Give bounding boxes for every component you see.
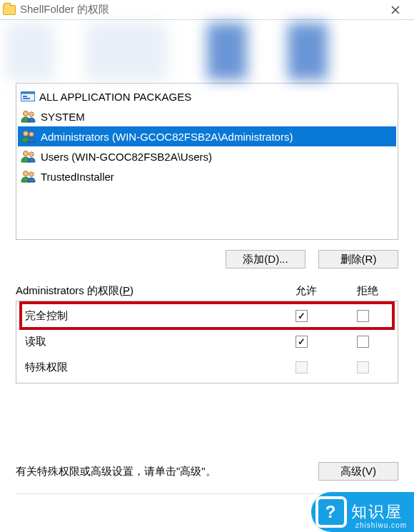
close-icon	[391, 6, 400, 14]
svg-rect-1	[21, 92, 35, 94]
principals-list[interactable]: ALL APPLICATION PACKAGES SYSTEM Administ…	[16, 83, 398, 240]
permissions-for-label: Administrators 的权限(P)	[16, 284, 276, 298]
principals-buttons: 添加(D)... 删除(R)	[16, 250, 398, 268]
package-icon	[21, 91, 35, 102]
users-icon	[21, 150, 36, 163]
allow-checkbox[interactable]	[296, 310, 308, 322]
allow-column-header: 允许	[276, 284, 337, 298]
watermark-brand: 知识屋	[351, 501, 403, 523]
obscured-region	[6, 23, 408, 80]
principal-item[interactable]: Administrators (WIN-GCOC82FSB2A\Administ…	[18, 126, 396, 146]
permission-name: 读取	[21, 335, 271, 348]
allow-checkbox[interactable]	[296, 336, 308, 348]
permission-row: 读取	[21, 328, 393, 354]
svg-point-10	[24, 171, 29, 176]
svg-point-7	[29, 132, 34, 136]
folder-icon	[3, 5, 16, 15]
principal-label: TrustedInstaller	[41, 171, 114, 183]
permission-row: 完全控制	[21, 303, 393, 328]
titlebar: ShellFolder 的权限	[0, 0, 414, 20]
advanced-button[interactable]: 高级(V)	[318, 462, 398, 481]
remove-button[interactable]: 删除(R)	[318, 250, 398, 268]
permissions-header: Administrators 的权限(P) 允许 拒绝	[16, 284, 398, 298]
svg-point-11	[29, 172, 34, 176]
footer: 有关特殊权限或高级设置，请单击"高级"。 高级(V)	[16, 462, 398, 481]
watermark-site: zhishiwu.com	[355, 521, 407, 529]
allow-checkbox	[296, 361, 308, 373]
svg-point-9	[29, 152, 34, 156]
svg-point-8	[24, 151, 29, 156]
users-icon	[21, 130, 36, 143]
footer-text: 有关特殊权限或高级设置，请单击"高级"。	[16, 465, 297, 478]
watermark-icon: ?	[315, 496, 347, 528]
users-icon	[21, 170, 36, 183]
principal-item[interactable]: TrustedInstaller	[18, 166, 396, 186]
close-button[interactable]	[380, 0, 411, 19]
deny-checkbox	[357, 361, 369, 373]
svg-point-5	[29, 112, 34, 116]
svg-rect-3	[23, 98, 30, 99]
deny-checkbox[interactable]	[357, 310, 369, 322]
permission-row: 特殊权限	[21, 354, 393, 380]
principal-item[interactable]: SYSTEM	[18, 106, 396, 126]
permission-name: 完全控制	[21, 309, 271, 323]
svg-point-6	[24, 131, 29, 136]
watermark: ? 知识屋 zhishiwu.com	[311, 492, 414, 532]
principal-label: Users (WIN-GCOC82FSB2A\Users)	[41, 151, 212, 163]
svg-point-4	[24, 111, 29, 116]
deny-column-header: 拒绝	[337, 284, 398, 298]
principal-label: Administrators (WIN-GCOC82FSB2A\Administ…	[41, 131, 293, 143]
add-button[interactable]: 添加(D)...	[226, 250, 306, 268]
principal-item[interactable]: Users (WIN-GCOC82FSB2A\Users)	[18, 146, 396, 166]
deny-checkbox[interactable]	[357, 336, 369, 348]
dialog-title: ShellFolder 的权限	[20, 3, 380, 16]
permissions-list: 完全控制读取特殊权限	[16, 301, 398, 383]
permission-name: 特殊权限	[21, 361, 271, 374]
principal-label: ALL APPLICATION PACKAGES	[39, 91, 191, 103]
svg-rect-2	[23, 96, 27, 97]
principal-item[interactable]: ALL APPLICATION PACKAGES	[18, 86, 396, 106]
principal-label: SYSTEM	[41, 111, 85, 123]
users-icon	[21, 110, 36, 123]
